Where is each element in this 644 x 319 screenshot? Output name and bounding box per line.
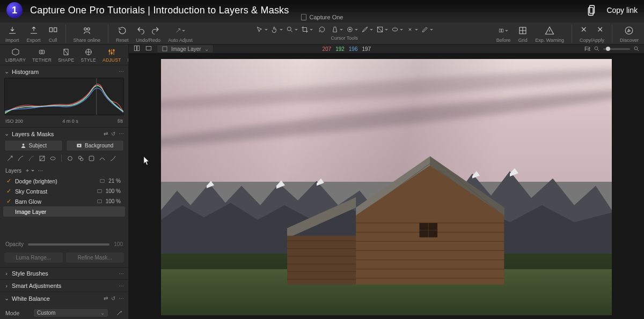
undo-icon[interactable] xyxy=(136,26,146,35)
copy-link-button[interactable]: Copy link xyxy=(606,6,638,14)
zoom-slider[interactable] xyxy=(603,48,630,50)
luma-range-button[interactable]: Luma Range... xyxy=(4,253,63,263)
chevron-down-icon[interactable]: ⌄ xyxy=(4,295,9,302)
wb-mode-select[interactable]: Custom⌄ xyxy=(33,308,108,317)
cull-icon[interactable] xyxy=(48,26,58,35)
section-menu-icon[interactable]: ⋯ xyxy=(119,69,124,75)
tab-style[interactable]: STYLE xyxy=(78,47,98,64)
export-icon[interactable] xyxy=(29,26,39,35)
viewer-mode-icon[interactable] xyxy=(133,44,141,53)
heal-layer-icon[interactable] xyxy=(67,155,74,162)
radial-tool-icon[interactable] xyxy=(391,25,404,34)
opacity-slider[interactable] xyxy=(28,243,109,246)
share-outline-icon[interactable] xyxy=(587,4,597,16)
tab-library[interactable]: LIBRARY xyxy=(3,47,28,64)
mask-thumb-icon[interactable] xyxy=(97,188,103,194)
layer-row[interactable]: ✓ Image Layer xyxy=(3,206,125,217)
layer-visible-check-icon[interactable]: ✓ xyxy=(6,188,12,195)
chevron-down-icon[interactable]: ⌄ xyxy=(4,68,9,75)
hand-tool-icon[interactable] xyxy=(270,25,283,34)
copy-icon[interactable] xyxy=(580,26,590,35)
cull-group[interactable]: Cull xyxy=(48,25,58,43)
annotate-tool-icon[interactable] xyxy=(421,25,434,34)
redo-icon[interactable] xyxy=(150,26,160,35)
copy-adjustment-icon[interactable]: ⇄ xyxy=(104,295,108,301)
crop-tool-icon[interactable] xyxy=(301,25,313,34)
linear-gradient-icon[interactable] xyxy=(39,155,46,162)
discover-icon[interactable] xyxy=(624,26,634,35)
grid-group[interactable]: Grid xyxy=(518,25,528,43)
before-icon[interactable] xyxy=(499,26,508,35)
reset-group[interactable]: Reset xyxy=(116,25,129,43)
zoom-fit-control[interactable]: Fit xyxy=(584,46,640,52)
import-group[interactable]: Import xyxy=(5,25,19,43)
section-menu-icon[interactable]: ⋯ xyxy=(119,283,124,289)
section-menu-icon[interactable]: ⋯ xyxy=(119,271,124,277)
layer-row[interactable]: ✓ Barn Glow 100 % xyxy=(3,196,125,206)
brush-tool-icon[interactable] xyxy=(361,25,374,34)
import-icon[interactable] xyxy=(8,26,17,35)
heal-tool-icon[interactable] xyxy=(406,25,419,34)
auto-adjust-icon[interactable] xyxy=(175,26,185,35)
layer-row[interactable]: ✓ Dodge (brighten) 21 % xyxy=(3,176,125,186)
new-subject-mask-button[interactable]: Subject xyxy=(4,140,63,151)
layer-visible-check-icon[interactable]: ✓ xyxy=(6,198,12,205)
tab-adjust[interactable]: ADJUST xyxy=(100,47,123,64)
pointer-tool-icon[interactable] xyxy=(255,25,268,34)
mask-thumb-icon[interactable] xyxy=(99,178,105,184)
layer-visible-check-icon[interactable]: ✓ xyxy=(6,208,12,215)
apply-icon[interactable] xyxy=(594,26,604,35)
search-icon[interactable] xyxy=(633,46,640,52)
ai-select-icon[interactable] xyxy=(88,155,95,162)
wb-picker-icon[interactable] xyxy=(116,309,123,316)
chevron-right-icon[interactable]: › xyxy=(4,270,9,277)
grid-icon[interactable] xyxy=(518,26,528,35)
copy-apply-group[interactable]: Copy/Apply xyxy=(580,25,604,43)
keystone-tool-icon[interactable] xyxy=(331,25,343,34)
video-title[interactable]: Capture One Pro Tutorials | Introduction… xyxy=(30,5,289,16)
reset-icon[interactable] xyxy=(118,26,127,35)
reset-section-icon[interactable]: ↺ xyxy=(111,131,115,137)
canvas[interactable] xyxy=(129,54,644,319)
radial-gradient-icon[interactable] xyxy=(49,155,56,162)
undoredo-group[interactable]: Undo/Redo xyxy=(136,25,161,43)
erase-mask-icon[interactable] xyxy=(28,155,35,162)
share-icon[interactable] xyxy=(82,26,92,35)
auto-adjust-group[interactable]: Auto Adjust xyxy=(168,25,193,43)
layer-visible-check-icon[interactable]: ✓ xyxy=(6,177,12,184)
section-menu-icon[interactable]: ⋯ xyxy=(119,131,124,137)
exp-warning-icon[interactable] xyxy=(545,26,554,35)
viewer-layer-select[interactable]: Image Layer ⌄ xyxy=(157,44,214,53)
tab-tether[interactable]: TETHER xyxy=(30,47,54,64)
layer-opacity: 100 % xyxy=(106,198,122,204)
luminosity-icon[interactable] xyxy=(99,155,106,162)
loupe-tool-icon[interactable] xyxy=(286,25,298,34)
share-online-group[interactable]: Share online xyxy=(74,25,101,43)
draw-mask-icon[interactable] xyxy=(17,155,24,162)
readout-g: 192 xyxy=(335,46,345,52)
rotate-tool-icon[interactable] xyxy=(316,25,328,34)
chevron-down-icon[interactable]: ⌄ xyxy=(4,130,9,137)
tab-shape[interactable]: SHAPE xyxy=(56,47,76,64)
layer-row[interactable]: ✓ Sky Contrast 100 % xyxy=(3,186,125,196)
before-group[interactable]: Before xyxy=(496,25,511,43)
layer-options-icon[interactable]: ⋯ xyxy=(38,168,43,174)
proof-icon[interactable] xyxy=(145,44,152,53)
feather-icon[interactable] xyxy=(109,155,116,162)
clone-layer-icon[interactable] xyxy=(77,155,84,162)
export-group[interactable]: Export xyxy=(27,25,41,43)
add-layer-button[interactable]: ＋ xyxy=(25,167,34,174)
section-menu-icon[interactable]: ⋯ xyxy=(119,295,124,301)
copy-adjustment-icon[interactable]: ⇄ xyxy=(104,131,108,137)
spot-tool-icon[interactable] xyxy=(346,25,358,34)
magic-brush-icon[interactable] xyxy=(6,155,13,162)
gradient-tool-icon[interactable] xyxy=(376,25,389,34)
new-background-mask-button[interactable]: Background xyxy=(66,140,125,151)
refine-mask-button[interactable]: Refine Mask... xyxy=(66,253,125,263)
chevron-right-icon[interactable]: › xyxy=(4,283,9,289)
mask-thumb-icon[interactable] xyxy=(97,198,103,204)
exp-warning-group[interactable]: Exp. Warning xyxy=(535,25,564,43)
reset-section-icon[interactable]: ↺ xyxy=(111,295,115,301)
discover-group[interactable]: Discover xyxy=(620,25,639,43)
channel-avatar[interactable]: 1 xyxy=(6,2,23,18)
